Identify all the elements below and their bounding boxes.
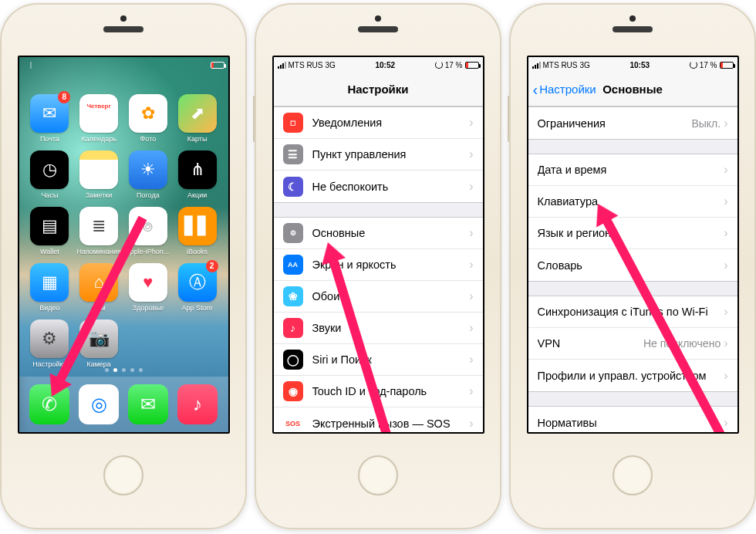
app-label: Часы [41,191,58,199]
battery-icon [465,62,479,69]
chevron-right-icon: › [724,305,727,319]
app-настройки[interactable]: ⚙︎Настройки [26,319,73,368]
phone-2: MTS RUS 3G 10:52 17 % Настройки ◻︎Уведом… [255,3,501,529]
settings-group: Дата и время›Клавиатура›Язык и регион›Сл… [528,154,737,282]
app-label: Напоминания [76,248,120,255]
settings-group: ОграниченияВыкл.› [528,106,737,140]
phone-3: MTS RUS 3G 10:53 17 % ‹ Настройки Основн… [509,3,756,529]
settings-row[interactable]: Язык и регион› [528,218,737,249]
row-label: Обои [312,290,470,302]
settings-row[interactable]: ♪Звуки› [274,313,483,344]
chevron-right-icon: › [469,321,473,335]
row-label: Дата и время [538,164,724,176]
settings-row[interactable]: ◯Siri и Поиск› [274,344,483,376]
app-icon: ✿ [129,94,167,133]
settings-row[interactable]: Профили и управл. устройством› [528,360,737,391]
status-bar: MTS RUS 3G 10:52 17 % [274,57,483,73]
chevron-right-icon: › [469,226,473,240]
settings-row[interactable]: ☾Не беспокоить› [274,171,483,202]
settings-row[interactable]: Дата и время› [528,154,737,186]
sync-icon [690,61,697,69]
app-icon: ⬈ [178,94,217,133]
settings-row[interactable]: ОграниченияВыкл.› [528,107,737,139]
settings-row[interactable]: ☰Пункт управления› [274,139,483,171]
app-камера[interactable]: 📷Камера [76,319,122,368]
row-label: Siri и Поиск [312,353,470,366]
row-icon: ❀ [283,286,303,306]
home-button[interactable] [103,455,143,495]
settings-row[interactable]: Клавиатура› [528,186,737,218]
app-ibooks[interactable]: ▋▋iBooks [174,207,221,255]
row-icon: ◉ [283,381,303,401]
dock-phone[interactable]: ✆ [29,384,69,424]
settings-row[interactable]: ❀Обои› [274,281,483,313]
app-почта[interactable]: ✉︎8Почта [26,94,73,143]
app-label: Wallet [40,248,59,255]
app-акции[interactable]: ⋔Акции [174,150,221,199]
app-календарь[interactable]: Четверг10Календарь [76,94,122,143]
chevron-right-icon: › [724,259,727,272]
general-list[interactable]: ОграниченияВыкл.›Дата и время›Клавиатура… [528,106,737,432]
app-здоровье[interactable]: ♥︎Здоровье [125,263,171,312]
nav-bar: Настройки [274,73,483,106]
row-label: Профили и управл. устройством [538,370,724,382]
settings-row[interactable]: SOSЭкстренный вызов — SOS› [274,407,483,432]
app-app store[interactable]: Ⓐ2App Store [174,263,221,312]
page-title: Основные [602,83,663,96]
app-label: App Store [182,304,213,312]
front-camera-icon [375,15,381,22]
settings-row[interactable]: ◉Touch ID и код-пароль› [274,376,483,407]
settings-row[interactable]: VPNНе подключено› [528,328,737,360]
battery-icon [720,62,734,69]
app-фото[interactable]: ✿Фото [125,94,171,143]
chevron-right-icon: › [724,194,727,208]
app-label: Apple-iPhon… [126,248,170,255]
app-label: Здоровье [133,304,164,312]
app-icon: ⋔ [178,150,217,189]
settings-row[interactable]: ◻︎Уведомления› [274,107,483,139]
battery-pct: 17 % [445,61,463,69]
app-дом[interactable]: ⌂Дом [76,263,122,312]
chevron-right-icon: › [724,226,727,240]
settings-row[interactable]: Словарь› [528,249,737,281]
app-часы[interactable]: ◷Часы [26,150,73,199]
dock-music[interactable]: ♪ [177,384,218,424]
dock-messages[interactable]: ✉︎ [128,384,168,424]
home-button[interactable] [358,455,398,495]
row-label: Нормативы [538,417,724,429]
status-bar: MTS RUS 3G 10:53 17 % [528,57,737,73]
app-напоминания[interactable]: ≣Напоминания [76,207,122,255]
row-label: VPN [538,337,643,350]
row-icon: SOS [283,414,303,433]
app-карты[interactable]: ⬈Карты [174,94,221,143]
back-button[interactable]: ‹ Настройки [533,82,596,97]
app-icon: 📷 [79,319,118,358]
app-wallet[interactable]: ▤Wallet [26,207,73,255]
settings-row[interactable]: Синхронизация с iTunes по Wi-Fi› [528,296,737,328]
badge: 8 [58,91,70,103]
row-label: Клавиатура [538,195,724,208]
app-заметки[interactable]: Заметки [76,150,122,199]
page-dots[interactable] [19,368,228,372]
app-label: Почта [40,135,59,143]
settings-row[interactable]: AAЭкран и яркость› [274,249,483,281]
dock-safari[interactable]: ◎ [79,384,119,424]
settings-list[interactable]: ◻︎Уведомления›☰Пункт управления›☾Не бесп… [274,106,483,432]
settings-row[interactable]: Нормативы› [528,407,737,432]
settings-row[interactable]: ⚙︎Основные› [274,218,483,249]
row-label: Уведомления [312,117,470,129]
app-label: Акции [187,191,207,199]
signal-icon [278,62,286,69]
row-label: Пункт управления [312,148,470,161]
chevron-right-icon: › [724,117,727,130]
app-apple-iphon…[interactable]: ⌾Apple-iPhon… [125,207,171,255]
clock-label: 10:53 [629,61,650,69]
row-icon: AA [283,255,303,275]
chevron-right-icon: › [469,353,473,367]
app-видео[interactable]: ▦Видео [26,263,73,312]
app-погода[interactable]: ☀︎Погода [125,150,171,199]
row-icon: ◻︎ [283,113,303,133]
home-button[interactable] [613,455,653,495]
row-icon: ☾ [283,177,303,197]
network-label: 3G [326,61,336,69]
